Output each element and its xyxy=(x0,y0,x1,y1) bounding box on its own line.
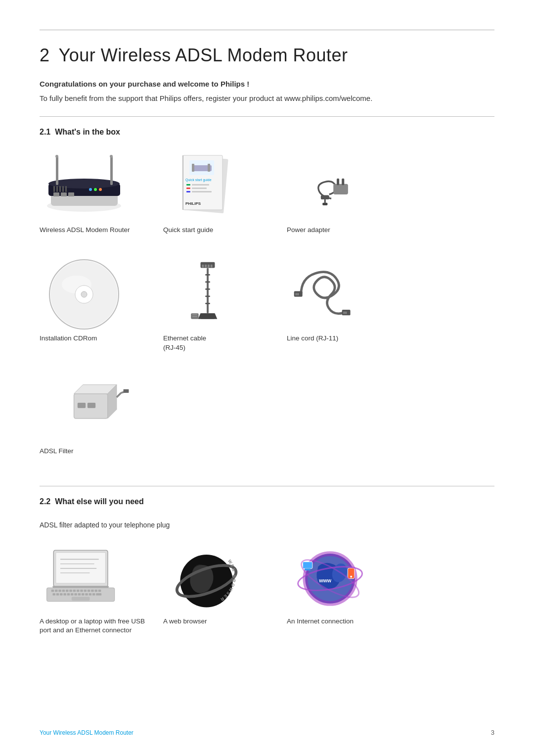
quickstart-label: Quick start guide xyxy=(163,226,213,235)
adslfilter-label: ADSL Filter xyxy=(40,447,74,456)
svg-point-12 xyxy=(110,155,113,158)
svg-text:Quick start guide: Quick start guide xyxy=(185,178,212,182)
svg-rect-31 xyxy=(186,191,190,192)
poweradapter-label: Power adapter xyxy=(287,226,330,235)
svg-point-10 xyxy=(55,155,58,158)
svg-rect-100 xyxy=(52,593,55,596)
svg-rect-105 xyxy=(71,593,73,596)
svg-rect-113 xyxy=(72,597,90,600)
svg-rect-103 xyxy=(63,593,66,596)
svg-rect-98 xyxy=(94,589,97,592)
svg-rect-74 xyxy=(88,403,95,408)
svg-rect-108 xyxy=(82,593,84,596)
svg-rect-109 xyxy=(85,593,88,596)
svg-point-124 xyxy=(350,575,352,577)
svg-rect-89 xyxy=(62,589,65,592)
adslfilter-image xyxy=(40,373,129,442)
svg-rect-91 xyxy=(69,589,72,592)
item-adslfilter: ADSL Filter xyxy=(40,373,153,456)
svg-rect-17 xyxy=(61,192,67,196)
svg-rect-4 xyxy=(53,186,55,192)
footer-page-number: 3 xyxy=(491,729,494,736)
svg-rect-102 xyxy=(60,593,62,596)
item-poweradapter: Power adapter xyxy=(287,151,400,235)
laptop-label: A desktop or a laptop with free USB port… xyxy=(40,617,153,636)
svg-rect-112 xyxy=(96,593,101,596)
svg-rect-94 xyxy=(80,589,83,592)
svg-rect-9 xyxy=(56,156,58,185)
cdrom-label: Installation CDRom xyxy=(40,334,97,343)
item-linecord: Line cord (RJ-11) xyxy=(287,260,400,353)
svg-rect-49 xyxy=(211,265,213,268)
ethernet-image xyxy=(163,260,252,329)
chapter-num: 2 xyxy=(40,45,50,65)
svg-rect-61 xyxy=(191,313,198,319)
svg-rect-122 xyxy=(305,568,311,570)
svg-text:PHILIPS: PHILIPS xyxy=(185,201,201,206)
svg-rect-110 xyxy=(89,593,91,596)
quickstart-image: Quick start guide PHILIPS xyxy=(163,151,252,221)
items-row2: Installation CDRom xyxy=(40,260,494,476)
item-router: Wireless ADSL Modem Router xyxy=(40,151,153,235)
svg-rect-68 xyxy=(343,312,345,314)
top-rule xyxy=(40,30,494,30)
svg-rect-95 xyxy=(84,589,87,592)
intro-bold: Congratulations on your purchase and wel… xyxy=(40,80,494,88)
svg-rect-121 xyxy=(303,562,312,568)
svg-point-14 xyxy=(94,188,97,191)
svg-rect-88 xyxy=(58,589,61,592)
items-row3: A desktop or a laptop with free USB port… xyxy=(40,543,494,656)
svg-rect-46 xyxy=(202,265,204,268)
svg-rect-111 xyxy=(92,593,95,596)
svg-rect-92 xyxy=(73,589,76,592)
svg-rect-5 xyxy=(56,186,58,192)
svg-text:www: www xyxy=(318,577,332,583)
svg-rect-106 xyxy=(74,593,77,596)
svg-rect-87 xyxy=(55,589,57,592)
footer-left-text: Your Wireless ADSL Modem Router xyxy=(40,729,134,736)
svg-rect-107 xyxy=(78,593,81,596)
svg-rect-18 xyxy=(68,192,74,196)
item-internet: www An Internet connection xyxy=(287,543,400,636)
svg-rect-36 xyxy=(342,179,344,186)
items-row1: Wireless ADSL Modem Router xyxy=(40,151,494,255)
svg-rect-66 xyxy=(297,293,299,295)
svg-rect-84 xyxy=(52,586,108,588)
item-ethernet: Ethernet cable (RJ-45) xyxy=(163,260,277,353)
item-quickstart: Quick start guide PHILIPS Quick start gu… xyxy=(163,151,277,235)
svg-rect-27 xyxy=(186,184,190,186)
svg-rect-6 xyxy=(59,186,61,192)
svg-point-3 xyxy=(48,179,120,189)
svg-rect-47 xyxy=(205,265,207,268)
svg-rect-11 xyxy=(110,156,113,185)
svg-rect-96 xyxy=(88,589,90,592)
svg-rect-25 xyxy=(208,164,210,172)
chapter-title-text: Your Wireless ADSL Modem Router xyxy=(59,45,348,65)
svg-rect-65 xyxy=(296,293,297,295)
linecord-label: Line cord (RJ-11) xyxy=(287,334,338,343)
svg-rect-7 xyxy=(62,186,64,192)
item-cdrom: Installation CDRom xyxy=(40,260,153,353)
router-label: Wireless ADSL Modem Router xyxy=(40,226,130,235)
svg-rect-32 xyxy=(192,191,212,192)
svg-point-13 xyxy=(89,188,92,191)
chapter-title: 2Your Wireless ADSL Modem Router xyxy=(40,45,494,66)
svg-rect-69 xyxy=(345,312,347,314)
internet-image: www xyxy=(287,543,376,612)
svg-rect-53 xyxy=(205,288,210,290)
page: 2Your Wireless ADSL Modem Router Congrat… xyxy=(0,0,534,756)
svg-rect-35 xyxy=(337,179,339,186)
page-footer: Your Wireless ADSL Modem Router 3 xyxy=(40,729,494,736)
svg-point-44 xyxy=(81,291,87,297)
svg-rect-48 xyxy=(208,265,210,268)
section2-rule xyxy=(40,486,494,486)
section1-title-text: What's in the box xyxy=(55,128,120,136)
svg-rect-79 xyxy=(56,552,106,583)
section1-rule xyxy=(40,116,494,117)
svg-rect-39 xyxy=(322,203,327,205)
svg-rect-86 xyxy=(51,589,54,592)
svg-rect-37 xyxy=(321,195,329,199)
section1-num: 2.1 xyxy=(40,128,50,136)
webbrowser-label: A web browser xyxy=(163,617,207,626)
poweradapter-image xyxy=(287,151,376,221)
